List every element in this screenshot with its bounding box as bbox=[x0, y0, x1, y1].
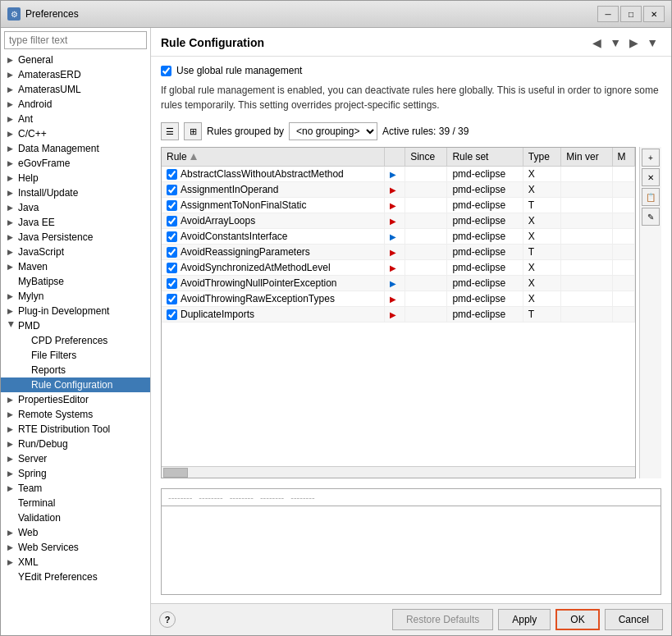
col-minver[interactable]: Min ver bbox=[561, 148, 612, 167]
rule-checkbox[interactable] bbox=[167, 294, 177, 304]
restore-defaults-button[interactable]: Restore Defaults bbox=[392, 609, 493, 630]
rule-checkbox[interactable] bbox=[167, 169, 177, 180]
col-type[interactable]: Type bbox=[523, 148, 560, 167]
minimize-button[interactable]: ─ bbox=[597, 6, 619, 22]
arrow-icon: ▶ bbox=[7, 410, 16, 419]
help-button[interactable]: ? bbox=[159, 611, 176, 628]
sidebar-item-server[interactable]: ▶Server bbox=[1, 451, 150, 466]
sidebar-item-file-filters[interactable]: ▶File Filters bbox=[1, 348, 150, 363]
tab-dash-1[interactable]: -------- bbox=[168, 492, 192, 502]
sidebar-item-java-ee[interactable]: ▶Java EE bbox=[1, 215, 150, 230]
sidebar-item-yedit-prefs[interactable]: ▶YEdit Preferences bbox=[1, 570, 150, 584]
grouping-select[interactable]: <no grouping> bbox=[289, 122, 377, 140]
global-rule-mgmt-checkbox[interactable] bbox=[161, 66, 171, 76]
sidebar-item-terminal[interactable]: ▶Terminal bbox=[1, 496, 150, 510]
rule-checkbox[interactable] bbox=[167, 278, 177, 289]
col-since[interactable]: Since bbox=[405, 148, 447, 167]
rule-arrow-icon: ▶ bbox=[390, 279, 396, 288]
sidebar-item-maven[interactable]: ▶Maven bbox=[1, 259, 150, 274]
horizontal-scrollbar[interactable] bbox=[162, 466, 635, 478]
table-scroll[interactable]: Rule Since Rule set Type Min ver M bbox=[162, 148, 635, 466]
copy-rule-button[interactable]: 📋 bbox=[642, 188, 660, 206]
sidebar-item-general[interactable]: ▶General bbox=[1, 53, 150, 67]
arrow-icon: ▶ bbox=[7, 528, 16, 537]
close-button[interactable]: ✕ bbox=[643, 6, 665, 22]
ok-button[interactable]: OK bbox=[555, 609, 599, 630]
sidebar-item-mybatipse[interactable]: ▶MyBatipse bbox=[1, 274, 150, 289]
rule-name-cell: AssignmentToNonFinalStatic bbox=[162, 198, 385, 213]
rule-arrow-cell: ▶ bbox=[385, 198, 405, 213]
footer: ? Restore Defaults Apply OK Cancel bbox=[151, 603, 671, 635]
col-rule[interactable]: Rule bbox=[162, 148, 385, 167]
rule-checkbox[interactable] bbox=[167, 263, 177, 273]
remove-rule-button[interactable]: ✕ bbox=[642, 168, 660, 186]
back-button[interactable]: ◀ bbox=[589, 34, 605, 51]
arrow-icon: ▶ bbox=[7, 218, 16, 226]
table-row: DuplicateImports ▶ pmd-eclipse T bbox=[162, 307, 635, 323]
filter-input[interactable] bbox=[4, 31, 147, 49]
sidebar-item-rule-config[interactable]: ▶Rule Configuration bbox=[1, 377, 150, 392]
sidebar-item-web[interactable]: ▶Web bbox=[1, 525, 150, 540]
title-controls: ─ □ ✕ bbox=[597, 6, 665, 22]
sidebar-item-run-debug[interactable]: ▶Run/Debug bbox=[1, 437, 150, 451]
sidebar-item-install-update[interactable]: ▶Install/Update bbox=[1, 185, 150, 200]
sidebar-item-data-mgmt[interactable]: ▶Data Management bbox=[1, 141, 150, 156]
sidebar-item-remote-systems[interactable]: ▶Remote Systems bbox=[1, 407, 150, 422]
sidebar-item-web-services[interactable]: ▶Web Services bbox=[1, 540, 150, 555]
sidebar-item-ant[interactable]: ▶Ant bbox=[1, 112, 150, 126]
list-view-button[interactable]: ☰ bbox=[161, 122, 179, 140]
sidebar-item-props-editor[interactable]: ▶PropertiesEditor bbox=[1, 392, 150, 407]
maximize-button[interactable]: □ bbox=[620, 6, 642, 22]
sidebar-item-xml[interactable]: ▶XML bbox=[1, 555, 150, 570]
sidebar-item-validation[interactable]: ▶Validation bbox=[1, 510, 150, 525]
nav-menu-button[interactable]: ▼ bbox=[643, 34, 661, 51]
edit-rule-button[interactable]: ✎ bbox=[642, 208, 660, 226]
sidebar-item-java[interactable]: ▶Java bbox=[1, 200, 150, 215]
table-row: AvoidArrayLoops ▶ pmd-eclipse X bbox=[162, 213, 635, 229]
sidebar-item-mylyn[interactable]: ▶Mylyn bbox=[1, 289, 150, 304]
tab-dash-4[interactable]: -------- bbox=[260, 492, 284, 502]
rule-checkbox[interactable] bbox=[167, 231, 177, 242]
rule-checkbox[interactable] bbox=[167, 309, 177, 320]
rule-checkbox[interactable] bbox=[167, 185, 177, 195]
nav-down-button[interactable]: ▶ bbox=[626, 34, 642, 51]
rule-name-cell: AvoidThrowingRawExceptionTypes bbox=[162, 291, 385, 307]
add-rule-button[interactable]: + bbox=[642, 149, 660, 167]
rule-arrow-cell: ▶ bbox=[385, 307, 405, 323]
rule-checkbox[interactable] bbox=[167, 247, 177, 258]
rule-checkbox[interactable] bbox=[167, 200, 177, 211]
sidebar-item-pmd[interactable]: ▶PMD bbox=[1, 318, 150, 333]
sidebar-item-team[interactable]: ▶Team bbox=[1, 481, 150, 496]
sidebar-item-egovframe[interactable]: ▶eGovFrame bbox=[1, 156, 150, 171]
table-row: AvoidThrowingNullPointerException ▶ pmd-… bbox=[162, 276, 635, 291]
col-arrow bbox=[385, 148, 405, 167]
sidebar-item-reports[interactable]: ▶Reports bbox=[1, 363, 150, 377]
forward-button[interactable]: ▼ bbox=[606, 34, 624, 51]
sidebar-item-spring[interactable]: ▶Spring bbox=[1, 466, 150, 481]
tab-dash-3[interactable]: -------- bbox=[230, 492, 254, 502]
bottom-panel: -------- -------- -------- -------- ----… bbox=[161, 488, 661, 595]
cancel-button[interactable]: Cancel bbox=[605, 609, 663, 630]
sidebar-item-javascript[interactable]: ▶JavaScript bbox=[1, 245, 150, 259]
sidebar-item-plugin-dev[interactable]: ▶Plug-in Development bbox=[1, 304, 150, 318]
rule-checkbox[interactable] bbox=[167, 216, 177, 226]
main-content: Use global rule management If global rul… bbox=[151, 57, 671, 603]
col-m[interactable]: M bbox=[612, 148, 634, 167]
sidebar-item-cpd-prefs[interactable]: ▶CPD Preferences bbox=[1, 333, 150, 348]
sidebar-item-amateraserd[interactable]: ▶AmaterasERD bbox=[1, 67, 150, 82]
sidebar-item-rte-dist-tool[interactable]: ▶RTE Distribution Tool bbox=[1, 422, 150, 437]
table-row: AvoidConstantsInterface ▶ pmd-eclipse X bbox=[162, 229, 635, 245]
sidebar-item-java-persistence[interactable]: ▶Java Persistence bbox=[1, 230, 150, 245]
sidebar-item-amaterasuml[interactable]: ▶AmaterasUML bbox=[1, 82, 150, 97]
sidebar-item-help[interactable]: ▶Help bbox=[1, 171, 150, 185]
arrow-icon: ▶ bbox=[7, 189, 16, 197]
rule-name-cell: AvoidThrowingNullPointerException bbox=[162, 276, 385, 291]
tab-dash-2[interactable]: -------- bbox=[199, 492, 222, 502]
title-bar: ⚙ Preferences ─ □ ✕ bbox=[1, 1, 671, 28]
tab-dash-5[interactable]: -------- bbox=[290, 492, 314, 502]
sidebar-item-cpp[interactable]: ▶C/C++ bbox=[1, 126, 150, 141]
grid-view-button[interactable]: ⊞ bbox=[184, 122, 202, 140]
apply-button[interactable]: Apply bbox=[498, 609, 551, 630]
sidebar-item-android[interactable]: ▶Android bbox=[1, 97, 150, 112]
col-ruleset[interactable]: Rule set bbox=[447, 148, 523, 167]
